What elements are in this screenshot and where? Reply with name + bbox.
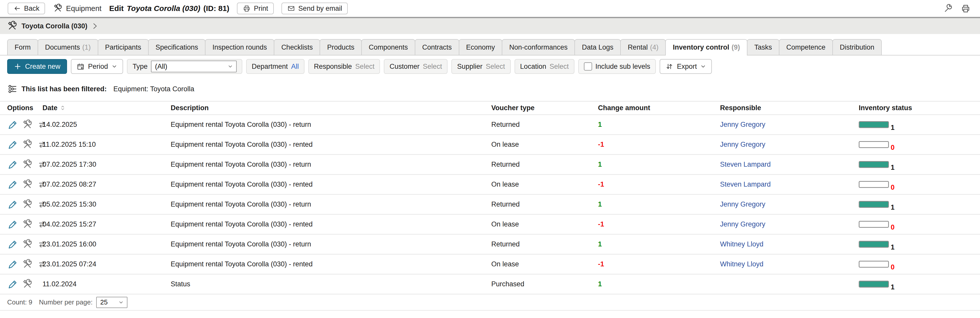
row-change-amount: 1: [598, 161, 602, 168]
customer-filter: Customer Select: [384, 59, 447, 74]
tools-icon[interactable]: [22, 159, 33, 170]
tab-contracts[interactable]: Contracts: [415, 39, 459, 55]
responsible-link[interactable]: Jenny Gregory: [720, 220, 765, 228]
edit-pencil-icon[interactable]: [7, 199, 18, 210]
responsible-link[interactable]: Jenny Gregory: [720, 200, 765, 208]
chevron-down-icon: [118, 300, 124, 305]
col-responsible: Responsible: [720, 104, 859, 112]
breadcrumb-item[interactable]: Toyota Corolla (030): [21, 22, 88, 30]
tools-icon: [53, 3, 63, 14]
chevron-down-icon: [700, 63, 706, 70]
row-description: Equipment rental Toyota Corolla (030) - …: [171, 220, 491, 228]
responsible-select-link[interactable]: Select: [355, 63, 374, 71]
tools-icon[interactable]: [22, 199, 33, 210]
edit-pencil-icon[interactable]: [7, 139, 18, 150]
tab-distribution[interactable]: Distribution: [832, 39, 882, 55]
tab-bar: Form Documents(1) Participants Specifica…: [0, 39, 980, 55]
tools-icon[interactable]: [22, 219, 33, 230]
tools-icon: [6, 21, 18, 32]
calendar-icon: [76, 62, 85, 71]
table-row: 05.02.2025 15:30 Equipment rental Toyota…: [0, 194, 980, 214]
tools-icon[interactable]: [22, 239, 33, 250]
row-voucher-type: On lease: [491, 180, 598, 188]
col-date[interactable]: Date: [43, 104, 171, 112]
edit-pencil-icon[interactable]: [7, 179, 18, 190]
print-button[interactable]: Print: [237, 3, 274, 14]
include-sub-levels-label: Include sub levels: [595, 63, 651, 71]
tab-competence[interactable]: Competence: [779, 39, 833, 55]
type-select[interactable]: (All): [151, 60, 237, 72]
tools-icon[interactable]: [22, 259, 33, 270]
back-button[interactable]: Back: [8, 3, 45, 14]
period-button[interactable]: Period: [71, 59, 123, 74]
tools-icon[interactable]: [22, 278, 33, 290]
breadcrumb: Toyota Corolla (030): [0, 17, 980, 34]
responsible-link[interactable]: Jenny Gregory: [720, 141, 765, 148]
tab-inventory-control[interactable]: Inventory control(9): [665, 39, 748, 55]
responsible-link[interactable]: Whitney Lloyd: [720, 240, 764, 248]
per-page-select[interactable]: 25: [96, 297, 127, 308]
send-by-email-button[interactable]: Send by email: [282, 3, 348, 14]
inventory-status-value: 1: [891, 164, 894, 171]
tab-data-logs[interactable]: Data Logs: [574, 39, 621, 55]
location-select-link[interactable]: Select: [550, 63, 569, 71]
chevron-down-icon: [228, 64, 233, 69]
inventory-status-bar: [859, 201, 889, 208]
tab-checklists[interactable]: Checklists: [274, 39, 320, 55]
responsible-link[interactable]: Jenny Gregory: [720, 121, 765, 128]
row-description: Equipment rental Toyota Corolla (030) - …: [171, 260, 491, 268]
print-page-icon[interactable]: [961, 3, 971, 14]
row-description: Equipment rental Toyota Corolla (030) - …: [171, 200, 491, 208]
filter-notice-value: Equipment: Toyota Corolla: [113, 85, 194, 93]
responsible-link[interactable]: Steven Lampard: [720, 161, 771, 168]
include-sub-levels-checkbox[interactable]: [584, 62, 592, 71]
inventory-status-value: 0: [891, 264, 894, 271]
edit-pencil-icon[interactable]: [7, 278, 18, 290]
inventory-status-value: 1: [891, 124, 894, 131]
wrench-settings-icon[interactable]: [943, 3, 953, 14]
tab-form[interactable]: Form: [7, 39, 38, 55]
edit-pencil-icon[interactable]: [7, 239, 18, 250]
edit-pencil-icon[interactable]: [7, 259, 18, 270]
tools-icon[interactable]: [22, 139, 33, 150]
customer-select-link[interactable]: Select: [423, 63, 442, 71]
tab-economy[interactable]: Economy: [459, 39, 503, 55]
row-voucher-type: Returned: [491, 200, 598, 208]
tab-products[interactable]: Products: [320, 39, 362, 55]
tab-participants[interactable]: Participants: [98, 39, 149, 55]
location-label: Location: [520, 63, 546, 71]
chevron-right-icon[interactable]: [91, 22, 99, 30]
tools-icon[interactable]: [22, 179, 33, 190]
responsible-link[interactable]: Steven Lampard: [720, 180, 771, 188]
print-label: Print: [254, 5, 268, 13]
printer-icon: [243, 4, 251, 13]
tab-components[interactable]: Components: [361, 39, 415, 55]
type-filter: Type (All): [127, 59, 242, 74]
responsible-link[interactable]: Whitney Lloyd: [720, 260, 764, 268]
table-row: 14.02.2025 Equipment rental Toyota Corol…: [0, 114, 980, 134]
create-new-button[interactable]: Create new: [7, 59, 67, 74]
tab-rental[interactable]: Rental(4): [620, 39, 666, 55]
plus-icon: [14, 63, 21, 70]
row-change-amount: -1: [598, 220, 604, 228]
export-button[interactable]: Export: [660, 59, 712, 74]
tab-tasks[interactable]: Tasks: [747, 39, 780, 55]
edit-pencil-icon[interactable]: [7, 159, 18, 170]
supplier-select-link[interactable]: Select: [486, 63, 505, 71]
tools-icon[interactable]: [22, 119, 33, 130]
chevron-down-icon: [111, 63, 118, 70]
customer-label: Customer: [390, 63, 419, 71]
tab-specifications[interactable]: Specifications: [148, 39, 206, 55]
edit-pencil-icon[interactable]: [7, 219, 18, 230]
col-description: Description: [171, 104, 491, 112]
row-description: Equipment rental Toyota Corolla (030) - …: [171, 240, 491, 248]
row-date: 07.02.2025 08:27: [43, 180, 171, 188]
edit-pencil-icon[interactable]: [7, 119, 18, 130]
table-row: 11.02.2025 15:10 Equipment rental Toyota…: [0, 134, 980, 154]
department-value-link[interactable]: All: [291, 63, 299, 71]
tab-documents[interactable]: Documents(1): [38, 39, 98, 55]
row-description: Equipment rental Toyota Corolla (030) - …: [171, 121, 491, 128]
table-row: 23.01.2025 16:00 Equipment rental Toyota…: [0, 234, 980, 254]
tab-non-conformances[interactable]: Non-conformances: [502, 39, 575, 55]
tab-inspection-rounds[interactable]: Inspection rounds: [205, 39, 274, 55]
